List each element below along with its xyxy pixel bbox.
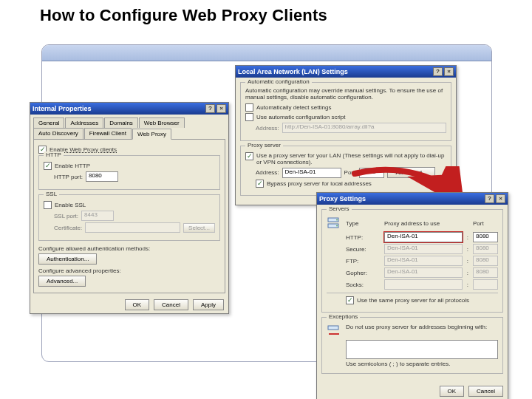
server-row: FTP:Den-ISA-01:8080 <box>346 256 498 266</box>
colon: : <box>467 258 468 265</box>
tab-general[interactable]: General <box>33 117 64 128</box>
btn-ok-proxy[interactable]: OK <box>440 386 465 397</box>
lbl-use-proxy: Use a proxy server for your LAN (These s… <box>256 152 446 166</box>
colon: : <box>467 282 468 288</box>
svg-rect-4 <box>328 326 338 330</box>
tabs-row2: Auto Discovery Firewall Client Web Proxy <box>33 128 225 139</box>
colon: : <box>467 270 468 276</box>
lbl-bypass-local: Bypass proxy server for local addresses <box>267 180 372 187</box>
close-icon[interactable]: × <box>496 194 505 203</box>
input-ssl-cert <box>85 222 180 233</box>
server-port-input[interactable]: 8080 <box>473 232 498 242</box>
server-port-input <box>473 279 498 290</box>
server-row: Gopher:Den-ISA-01:8080 <box>346 267 498 278</box>
chk-bypass-local[interactable] <box>256 180 264 188</box>
chk-same-proxy[interactable] <box>346 296 354 304</box>
servers-icon <box>327 216 341 231</box>
lbl-exceptions-hint: Use semicolons ( ; ) to separate entries… <box>346 361 498 367</box>
lbl-use-script: Use automatic configuration script <box>256 114 346 120</box>
chk-enable-ssl[interactable] <box>44 201 52 209</box>
btn-select-cert: Select... <box>183 223 215 233</box>
lbl-http-port: HTTP port: <box>54 174 83 180</box>
chk-enable-http[interactable] <box>44 162 52 170</box>
input-proxy-port[interactable]: 8080 <box>359 168 384 178</box>
btn-apply-internal[interactable]: Apply <box>193 299 224 310</box>
legend-auto-config: Automatic configuration <box>245 78 312 85</box>
lbl-exceptions-note: Do not use proxy server for addresses be… <box>346 324 498 330</box>
close-icon[interactable]: × <box>444 67 454 76</box>
server-port-input: 8080 <box>473 244 498 254</box>
tab-addresses[interactable]: Addresses <box>65 117 103 128</box>
group-ssl: SSL Enable SSL SSL port: 8443 Certificat… <box>38 194 220 241</box>
input-http-port[interactable]: 8080 <box>86 171 118 182</box>
btn-cancel-proxy[interactable]: Cancel <box>468 386 503 397</box>
input-proxy-addr[interactable]: Den-ISA-01 <box>282 168 341 178</box>
titlebar-lan-title: Local Area Network (LAN) Settings <box>238 68 433 75</box>
server-port-input: 8080 <box>473 256 498 266</box>
server-row: Secure:Den-ISA-01:8080 <box>346 244 498 254</box>
window-lan-settings: Local Area Network (LAN) Settings ? × Au… <box>235 65 457 205</box>
group-proxy-server: Proxy server Use a proxy server for your… <box>240 146 451 196</box>
btn-advanced-lan[interactable]: Advanced... <box>387 167 434 178</box>
btn-cancel-internal[interactable]: Cancel <box>154 299 188 310</box>
lbl-enable-ssl: Enable SSL <box>55 202 86 208</box>
tabs-row1: General Addresses Domains Web Browser <box>33 117 225 128</box>
chk-use-script[interactable] <box>245 113 253 121</box>
titlebar-internal[interactable]: Internal Properties ? × <box>30 103 228 115</box>
lbl-auto-detect: Automatically detect settings <box>256 104 331 111</box>
close-icon[interactable]: × <box>216 104 226 113</box>
server-addr-input <box>384 279 463 290</box>
btn-ok-internal[interactable]: OK <box>125 299 150 310</box>
lbl-ssl-cert: Certificate: <box>54 225 82 231</box>
group-exceptions: Exceptions Do not use proxy server for a… <box>321 317 503 374</box>
hdr-port: Port <box>473 220 498 227</box>
titlebar-proxy-title: Proxy Settings <box>319 195 485 202</box>
legend-exceptions: Exceptions <box>327 313 360 320</box>
tab-firewall-client[interactable]: Firewall Client <box>84 128 132 139</box>
buttons-proxy: OK Cancel <box>317 383 508 399</box>
browser-chrome <box>42 45 491 61</box>
lbl-enable-http: Enable HTTP <box>55 163 90 169</box>
tab-auto-discovery[interactable]: Auto Discovery <box>33 128 83 139</box>
window-internal-properties: Internal Properties ? × General Addresse… <box>30 102 229 314</box>
legend-proxy-server: Proxy server <box>245 142 283 149</box>
chk-auto-detect[interactable] <box>245 103 253 112</box>
svg-point-2 <box>336 219 338 221</box>
server-type-label: HTTP: <box>346 234 380 241</box>
buttons-internal: OK Cancel Apply <box>30 296 228 313</box>
window-proxy-settings: Proxy Settings ? × Servers Type Proxy ad… <box>316 192 508 399</box>
tab-web-browser[interactable]: Web Browser <box>139 117 185 128</box>
server-addr-input[interactable]: Den-ISA-01 <box>384 232 463 242</box>
titlebar-title: Internal Properties <box>33 105 205 112</box>
lbl-adv-text: Configure advanced properties: <box>38 267 220 274</box>
lbl-ssl-port: SSL port: <box>54 213 78 219</box>
titlebar-proxy[interactable]: Proxy Settings ? × <box>317 193 508 205</box>
page-title: How to Configure Web Proxy Clients <box>40 6 327 25</box>
server-type-label: Socks: <box>346 282 380 288</box>
input-ssl-port: 8443 <box>81 211 114 221</box>
lbl-proxy-port: Port: <box>344 169 357 176</box>
btn-authentication[interactable]: Authentication... <box>38 253 97 265</box>
input-exceptions[interactable] <box>346 340 498 359</box>
group-auto-config: Automatic configuration Automatic config… <box>240 82 451 141</box>
svg-point-3 <box>336 225 338 227</box>
titlebar-lan[interactable]: Local Area Network (LAN) Settings ? × <box>236 66 456 78</box>
chk-use-proxy[interactable] <box>245 152 253 160</box>
legend-servers: Servers <box>327 205 352 212</box>
server-addr-input: Den-ISA-01 <box>384 244 463 254</box>
help-icon[interactable]: ? <box>433 67 443 76</box>
note-auto-config: Automatic configuration may override man… <box>245 87 446 100</box>
legend-http: HTTP <box>44 151 64 158</box>
server-row: Socks:: <box>346 279 498 290</box>
server-type-label: Secure: <box>346 246 380 253</box>
hdr-addr: Proxy address to use <box>384 220 468 227</box>
tab-domains[interactable]: Domains <box>104 117 138 128</box>
btn-advanced-internal[interactable]: Advanced... <box>38 276 86 287</box>
server-addr-input: Den-ISA-01 <box>384 267 463 278</box>
colon: : <box>467 234 468 241</box>
hdr-type: Type <box>346 220 380 227</box>
help-icon[interactable]: ? <box>205 104 215 113</box>
tab-web-proxy[interactable]: Web Proxy <box>132 129 171 140</box>
server-addr-input: Den-ISA-01 <box>384 256 463 266</box>
help-icon[interactable]: ? <box>485 194 494 203</box>
